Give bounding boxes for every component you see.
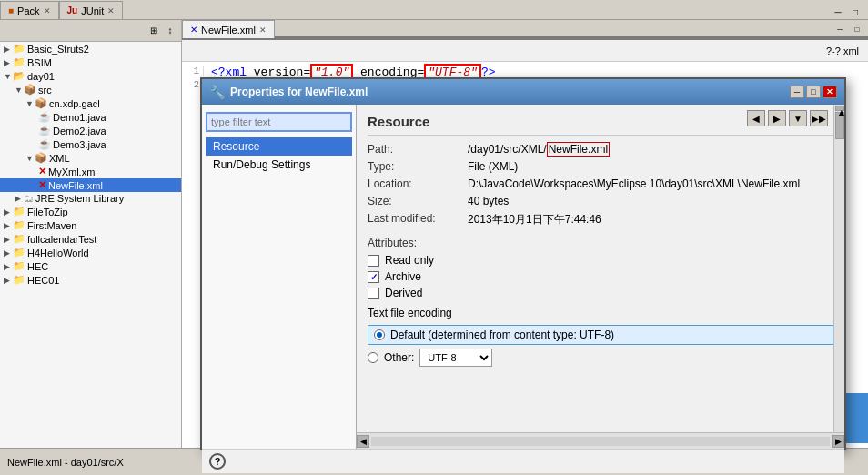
nav-item-resource[interactable]: Resource bbox=[206, 137, 352, 156]
tree-item-h4helloworld[interactable]: ▶ 📁 H4HelloWorld bbox=[0, 246, 181, 259]
tree-item-label: BSIM bbox=[27, 57, 52, 68]
tree-item-hec01[interactable]: ▶ 📁 HEC01 bbox=[0, 273, 181, 287]
scroll-left-btn[interactable]: ◀ bbox=[357, 435, 369, 448]
link-editor-btn[interactable]: ↕ bbox=[163, 24, 177, 38]
junit-tab-label: JUnit bbox=[81, 5, 104, 16]
type-label: Type: bbox=[368, 160, 468, 173]
editor-tab-close[interactable]: ✕ bbox=[259, 25, 267, 35]
tree-item-bsim[interactable]: ▶ 📁 BSIM bbox=[0, 56, 181, 69]
content-scrollbar[interactable]: ▲ bbox=[833, 105, 844, 449]
scroll-track bbox=[371, 437, 830, 446]
tree-arrow: ▶ bbox=[4, 45, 13, 54]
scrollbar-up[interactable]: ▲ bbox=[835, 106, 844, 111]
tree-item-demo2[interactable]: ☕ Demo2.java bbox=[0, 124, 181, 137]
dropdown-btn[interactable]: ▼ bbox=[789, 110, 807, 126]
encoding-default-radio[interactable] bbox=[374, 329, 385, 340]
pack-tab[interactable]: ■ Pack ✕ bbox=[0, 1, 59, 19]
dialog-content: Resource Path: /day01/src/XML/NewFile.xm… bbox=[357, 105, 844, 379]
back-btn[interactable]: ◀ bbox=[747, 110, 765, 126]
filter-input[interactable] bbox=[206, 112, 352, 132]
tree-item-day01[interactable]: ▼ 📂 day01 bbox=[0, 69, 181, 83]
path-value: /day01/src/XML/NewFile.xml bbox=[468, 143, 833, 156]
location-label: Location: bbox=[368, 177, 468, 190]
prop-type-row: Type: File (XML) bbox=[368, 160, 833, 173]
horizontal-scrollbar[interactable]: ◀ ▶ bbox=[357, 432, 844, 449]
tree-item-hec[interactable]: ▶ 📁 HEC bbox=[0, 259, 181, 273]
modified-value: 2013年10月1日下午7:44:46 bbox=[468, 212, 833, 227]
tree-item-label: Basic_Struts2 bbox=[27, 44, 89, 55]
tree-item-filetozip[interactable]: ▶ 📁 FileToZip bbox=[0, 205, 181, 218]
collapse-all-btn[interactable]: ⊞ bbox=[146, 24, 161, 38]
encoding-default-row[interactable]: Default (determined from content type: U… bbox=[368, 325, 833, 345]
readonly-checkbox[interactable] bbox=[368, 255, 379, 267]
tree-item-jre[interactable]: ▶ 🗂 JRE System Library bbox=[0, 192, 181, 205]
help-button[interactable]: ? bbox=[209, 453, 226, 470]
scroll-right-btn[interactable]: ▶ bbox=[832, 435, 844, 448]
tree-item-demo3[interactable]: ☕ Demo3.java bbox=[0, 137, 181, 151]
nav-item-rundebug-label: Run/Debug Settings bbox=[213, 158, 310, 171]
location-value: D:\JavaCode\Workspaces\MyEclipse 10\day0… bbox=[468, 177, 833, 190]
maximize-btn[interactable]: □ bbox=[848, 5, 863, 19]
tree-item-newfile[interactable]: ✕ NewFile.xml bbox=[0, 178, 181, 192]
junit-tab[interactable]: Ju JUnit ✕ bbox=[59, 1, 124, 19]
editor-toolbar: ?-? xml bbox=[182, 40, 868, 62]
dialog-close-btn[interactable]: ✕ bbox=[823, 86, 837, 98]
editor-xml-tab[interactable]: ✕ NewFile.xml ✕ bbox=[182, 20, 275, 38]
tree-item-myxml[interactable]: ✕ MyXml.xml bbox=[0, 165, 181, 178]
modified-label: Last modified: bbox=[368, 212, 468, 227]
tree-item-label: MyXml.xml bbox=[48, 167, 97, 177]
nav-item-rundebug[interactable]: Run/Debug Settings bbox=[206, 156, 352, 174]
dialog-help-row: ? bbox=[202, 449, 844, 473]
check-mark: ✓ bbox=[370, 272, 378, 282]
size-value: 40 bytes bbox=[468, 195, 833, 207]
pack-tab-close[interactable]: ✕ bbox=[44, 6, 51, 15]
editor-tab-bar: ✕ NewFile.xml ✕ ─ □ bbox=[182, 20, 868, 40]
forward-btn[interactable]: ▶ bbox=[768, 110, 786, 126]
prop-location-row: Location: D:\JavaCode\Workspaces\MyEclip… bbox=[368, 177, 833, 190]
encoding-section: Text file encoding Default (determined f… bbox=[368, 307, 833, 367]
tree-arrow: ▶ bbox=[4, 248, 13, 258]
tree-item-label: FirstMaven bbox=[27, 220, 76, 231]
explorer-toolbar: ⊞ ↕ bbox=[0, 20, 181, 42]
folder-icon: 📁 bbox=[13, 219, 25, 231]
expand-btn[interactable]: ▶▶ bbox=[810, 110, 828, 126]
tree-arrow: ▼ bbox=[25, 99, 35, 108]
tree-item-firstmaven[interactable]: ▶ 📁 FirstMaven bbox=[0, 218, 181, 232]
junit-tab-close[interactable]: ✕ bbox=[107, 6, 115, 15]
dialog-controls: ─ □ ✕ bbox=[790, 86, 837, 98]
tree-item-label: XML bbox=[49, 153, 70, 164]
dialog-minimize-btn[interactable]: ─ bbox=[790, 86, 804, 98]
tree-arrow: ▶ bbox=[4, 58, 13, 67]
tree-item-fullcalendar[interactable]: ▶ 📁 fullcalendarTest bbox=[0, 232, 181, 246]
file-tree[interactable]: ▶ 📁 Basic_Struts2 ▶ 📁 BSIM ▼ 📂 day01 ▼ 📦… bbox=[0, 42, 181, 448]
dialog-titlebar[interactable]: 🔧 Properties for NewFile.xml ─ □ ✕ bbox=[202, 79, 844, 105]
derived-checkbox[interactable] bbox=[368, 288, 379, 299]
dialog-maximize-btn[interactable]: □ bbox=[806, 86, 821, 98]
editor-maximize-btn[interactable]: □ bbox=[850, 22, 864, 36]
tree-item-xml-pkg[interactable]: ▼ 📦 XML bbox=[0, 151, 181, 165]
archive-row: ✓ Archive bbox=[368, 270, 833, 283]
folder-icon: 📁 bbox=[13, 56, 25, 68]
tree-item-demo1[interactable]: ☕ Demo1.java bbox=[0, 110, 181, 124]
java-icon: ☕ bbox=[38, 125, 51, 136]
attributes-title: Attributes: bbox=[368, 237, 833, 249]
tree-item-basic-struts2[interactable]: ▶ 📁 Basic_Struts2 bbox=[0, 42, 181, 56]
encoding-other-select[interactable]: UTF-8 UTF-16 ISO-8859-1 bbox=[419, 349, 492, 367]
minimize-btn[interactable]: ─ bbox=[831, 5, 845, 19]
xml-type-label: ?-? xml bbox=[821, 45, 864, 56]
encoding-title: Text file encoding bbox=[368, 307, 833, 319]
tree-item-src[interactable]: ▼ 📦 src bbox=[0, 83, 181, 96]
editor-tab-label: NewFile.xml bbox=[201, 25, 256, 35]
derived-row: Derived bbox=[368, 287, 833, 299]
tree-item-package-cn[interactable]: ▼ 📦 cn.xdp.gacl bbox=[0, 96, 181, 110]
folder-icon: 📁 bbox=[13, 43, 25, 55]
archive-checkbox[interactable]: ✓ bbox=[368, 271, 379, 283]
properties-dialog: 🔧 Properties for NewFile.xml ─ □ ✕ Resou… bbox=[200, 77, 846, 450]
editor-minimize-btn[interactable]: ─ bbox=[833, 22, 847, 36]
encoding-default-label: Default (determined from content type: U… bbox=[390, 328, 614, 341]
folder-icon: 📁 bbox=[13, 206, 25, 217]
dialog-nav-arrows: ◀ ▶ ▼ ▶▶ bbox=[747, 110, 828, 126]
encoding-other-radio[interactable] bbox=[368, 352, 378, 363]
tree-arrow: ▶ bbox=[4, 235, 13, 244]
tree-item-label: Demo2.java bbox=[53, 126, 106, 136]
